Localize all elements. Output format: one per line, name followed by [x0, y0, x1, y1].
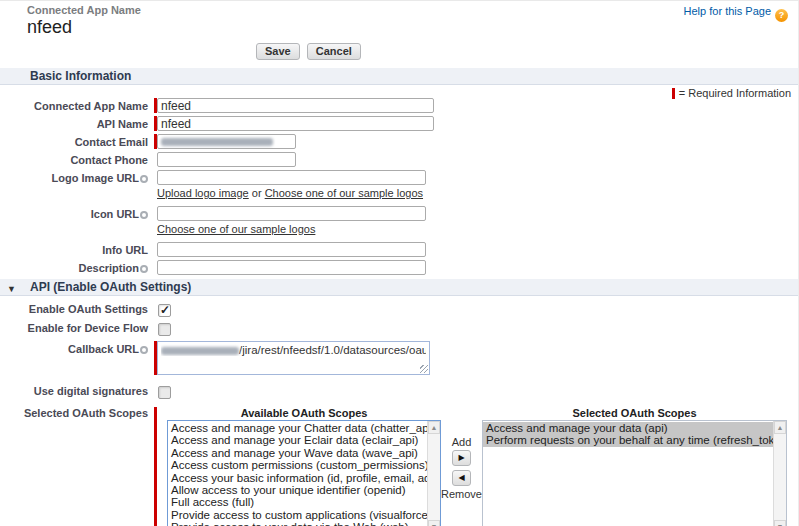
available-scopes-column: Available OAuth Scopes Access and manage… — [167, 407, 441, 526]
required-bar-icon — [672, 88, 675, 99]
info-url-label: Info URL — [0, 242, 148, 256]
available-scopes-options: Access and manage your Chatter data (cha… — [168, 421, 427, 526]
section-basic-information: Basic Information — [0, 68, 798, 85]
or-text: or — [252, 187, 262, 199]
description-label: Description — [0, 260, 148, 274]
add-arrow-icon: ▶ — [458, 453, 464, 462]
remove-scope-button[interactable]: ◀ — [452, 470, 471, 486]
api-name-label: API Name — [0, 116, 148, 130]
upload-logo-link[interactable]: Upload logo image — [157, 187, 249, 199]
use-digital-signatures-checkbox[interactable] — [158, 386, 171, 399]
required-bar — [154, 407, 157, 526]
cancel-button[interactable]: Cancel — [307, 43, 361, 60]
connected-app-name-label: Connected App Name — [0, 98, 148, 112]
choose-sample-logo-link[interactable]: Choose one of our sample logos — [265, 187, 423, 199]
redacted-email-value — [161, 138, 273, 146]
selected-scopes-header: Selected OAuth Scopes — [482, 407, 787, 419]
enable-oauth-checkbox[interactable] — [158, 304, 171, 317]
page-title: nfeed — [27, 17, 790, 38]
available-scope-option[interactable]: Full access (full) — [168, 496, 427, 508]
choose-sample-icon-link[interactable]: Choose one of our sample logos — [157, 223, 315, 235]
api-name-input[interactable] — [157, 116, 434, 131]
callback-url-textarea[interactable]: /jira/rest/nfeedsf/1.0/datasources/oauth… — [157, 341, 430, 375]
oauth-scopes-duallist: Available OAuth Scopes Access and manage… — [154, 407, 787, 526]
contact-email-input[interactable] — [157, 134, 296, 149]
available-scope-option[interactable]: Provide access to your data via the Web … — [168, 521, 427, 526]
row-info-url: Info URL — [0, 242, 798, 257]
row-contact-email: Contact Email — [0, 134, 798, 149]
icon-url-label: Icon URL — [0, 206, 148, 220]
enable-device-flow-checkbox[interactable] — [158, 323, 171, 336]
oauth-form: Enable OAuth Settings Enable for Device … — [0, 303, 798, 526]
row-contact-phone: Contact Phone — [0, 152, 798, 167]
selected-scopes-listbox[interactable]: Access and manage your data (api)Perform… — [482, 420, 787, 526]
connected-app-edit-page: Connected App Name nfeed Help for this P… — [0, 0, 799, 526]
row-description: Description — [0, 260, 798, 275]
section-oauth: ▼ API (Enable OAuth Settings) — [0, 279, 798, 296]
selected-scopes-options: Access and manage your data (api)Perform… — [483, 421, 773, 526]
contact-phone-input[interactable] — [157, 152, 296, 167]
save-button[interactable]: Save — [256, 43, 300, 60]
available-scope-option[interactable]: Access and manage your Chatter data (cha… — [168, 422, 427, 434]
connected-app-name-input[interactable] — [157, 98, 434, 113]
available-scope-option[interactable]: Access and manage your Eclair data (ecla… — [168, 434, 427, 446]
row-connected-app-name: Connected App Name — [0, 98, 798, 113]
required-legend-text: = Required Information — [679, 87, 791, 99]
help-area: Help for this Page? — [684, 5, 788, 22]
row-logo-image-url: Logo Image URL Upload logo image or Choo… — [0, 170, 798, 203]
required-legend: = Required Information — [0, 85, 798, 98]
enable-oauth-label: Enable OAuth Settings — [0, 303, 148, 315]
available-scopes-header: Available OAuth Scopes — [167, 407, 441, 419]
contact-phone-label: Contact Phone — [0, 152, 148, 166]
available-scope-option[interactable]: Allow access to your unique identifier (… — [168, 484, 427, 496]
info-url-input[interactable] — [157, 242, 426, 257]
available-scopes-listbox[interactable]: Access and manage your Chatter data (cha… — [167, 420, 441, 526]
row-enable-device-flow: Enable for Device Flow — [0, 322, 798, 336]
selected-oauth-scopes-label: Selected OAuth Scopes — [0, 407, 148, 419]
remove-arrow-icon: ◀ — [458, 473, 464, 482]
basic-info-form: Connected App Name API Name Contact Emai… — [0, 98, 798, 275]
row-callback-url: Callback URL /jira/rest/nfeedsf/1.0/data… — [0, 341, 798, 375]
help-icon[interactable]: ? — [775, 9, 788, 22]
page-header: Connected App Name nfeed Help for this P… — [0, 1, 798, 38]
section-basic-title: Basic Information — [30, 69, 131, 83]
description-input[interactable] — [157, 260, 426, 275]
scroll-down-icon[interactable]: ▼ — [428, 520, 440, 526]
row-api-name: API Name — [0, 116, 798, 131]
toolbar: Save Cancel — [0, 43, 798, 61]
available-scope-option[interactable]: Access your basic information (id, profi… — [168, 472, 427, 484]
enable-device-flow-label: Enable for Device Flow — [0, 322, 148, 334]
available-scope-option[interactable]: Provide access to custom applications (v… — [168, 509, 427, 521]
help-link[interactable]: Help for this Page — [684, 5, 771, 17]
selected-scope-option[interactable]: Perform requests on your behalf at any t… — [483, 434, 773, 446]
add-scope-button[interactable]: ▶ — [452, 450, 471, 466]
use-digital-signatures-label: Use digital signatures — [0, 385, 148, 397]
info-icon[interactable] — [140, 346, 148, 354]
contact-email-label: Contact Email — [0, 134, 148, 148]
remove-label: Remove — [441, 488, 482, 500]
logo-image-url-input[interactable] — [157, 170, 426, 185]
scroll-up-icon[interactable]: ▲ — [428, 421, 440, 434]
section-oauth-title: API (Enable OAuth Settings) — [30, 280, 191, 294]
scroll-down-icon[interactable]: ▼ — [774, 520, 786, 526]
selected-scope-option[interactable]: Access and manage your data (api) — [483, 422, 773, 434]
available-scopes-scrollbar[interactable]: ▲ ▼ — [427, 421, 440, 526]
available-scope-option[interactable]: Access and manage your Wave data (wave_a… — [168, 447, 427, 459]
callback-url-visible-text: /jira/rest/nfeedsf/1.0/datasources/oauth… — [239, 344, 426, 356]
info-icon[interactable] — [140, 211, 148, 219]
scopes-move-controls: Add ▶ ◀ Remove — [441, 407, 482, 526]
redacted-host-value — [161, 347, 239, 355]
section-collapse-icon[interactable]: ▼ — [7, 281, 16, 297]
resize-handle-icon[interactable] — [420, 365, 428, 373]
selected-scopes-scrollbar[interactable]: ▲ ▼ — [773, 421, 786, 526]
icon-links: Choose one of our sample logos — [157, 223, 426, 235]
callback-url-label: Callback URL — [0, 341, 148, 355]
row-use-digital-signatures: Use digital signatures — [0, 385, 798, 399]
icon-url-input[interactable] — [157, 206, 426, 221]
row-selected-oauth-scopes: Selected OAuth Scopes Available OAuth Sc… — [0, 407, 798, 526]
row-enable-oauth: Enable OAuth Settings — [0, 303, 798, 317]
scroll-up-icon[interactable]: ▲ — [774, 421, 786, 434]
info-icon[interactable] — [140, 265, 148, 273]
info-icon[interactable] — [140, 175, 148, 183]
available-scope-option[interactable]: Access custom permissions (custom_permis… — [168, 459, 427, 471]
